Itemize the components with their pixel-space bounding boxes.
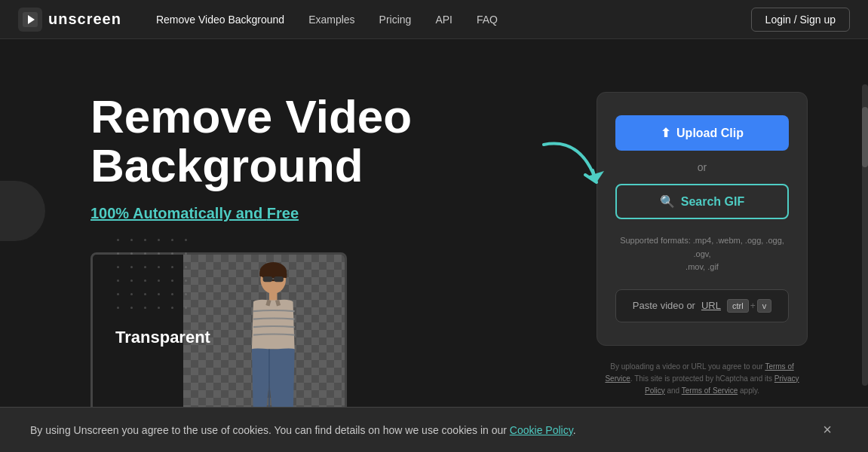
svg-rect-5 xyxy=(274,276,284,282)
url-link[interactable]: URL xyxy=(701,300,721,311)
monitor-label: Transparent xyxy=(115,328,210,347)
nav-examples[interactable]: Examples xyxy=(298,9,365,30)
login-button[interactable]: Login / Sign up xyxy=(751,8,850,32)
nav-links: Remove Video Background Examples Pricing… xyxy=(146,9,751,30)
arrow-decoration xyxy=(536,137,612,197)
ctrl-key: ctrl xyxy=(727,299,749,313)
nav-remove-video[interactable]: Remove Video Background xyxy=(146,9,295,30)
hero-left: Remove Video Background 100% Automatical… xyxy=(90,84,566,452)
person-silhouette xyxy=(224,262,314,420)
hero-section: Remove Video Background 100% Automatical… xyxy=(0,39,868,452)
paste-area[interactable]: Paste video or URL ctrl + v xyxy=(615,289,789,322)
logo[interactable]: unscreen xyxy=(18,8,121,32)
hero-subtitle: 100% Automatically and Free xyxy=(90,205,566,222)
search-icon: 🔍 xyxy=(660,194,675,209)
nav-api[interactable]: API xyxy=(425,9,463,30)
scrollbar-track xyxy=(862,84,868,386)
search-gif-button[interactable]: 🔍 Search GIF xyxy=(615,184,789,219)
keyboard-shortcut: ctrl + v xyxy=(727,299,771,313)
cookie-text: By using Unscreen you agree to the use o… xyxy=(30,424,576,436)
terms-text: By uploading a video or URL you agree to… xyxy=(597,361,808,397)
svg-rect-4 xyxy=(263,276,273,282)
supported-formats: Supported formats: .mp4, .webm, .ogg, .o… xyxy=(615,234,789,274)
hero-right: ⬆ Upload Clip or 🔍 Search GIF Supported … xyxy=(597,92,808,397)
upload-panel: ⬆ Upload Clip or 🔍 Search GIF Supported … xyxy=(597,92,808,346)
cookie-close-button[interactable]: × xyxy=(817,418,838,441)
cookie-policy-link[interactable]: Cookie Policy xyxy=(510,424,573,436)
navbar: unscreen Remove Video Background Example… xyxy=(0,0,868,39)
logo-icon xyxy=(18,8,42,32)
hero-title: Remove Video Background xyxy=(90,92,566,190)
paste-text: Paste video or xyxy=(633,300,695,311)
logo-text: unscreen xyxy=(48,11,121,28)
plus-sign: + xyxy=(750,301,756,311)
upload-clip-button[interactable]: ⬆ Upload Clip xyxy=(615,115,789,151)
terms-of-service-link-2[interactable]: Terms of Service xyxy=(682,386,738,395)
nav-pricing[interactable]: Pricing xyxy=(369,9,422,30)
svg-line-8 xyxy=(268,301,269,306)
or-divider: or xyxy=(615,161,789,173)
v-key: v xyxy=(757,299,772,313)
svg-line-9 xyxy=(278,301,279,306)
dots-decoration xyxy=(117,239,195,317)
upload-icon: ⬆ xyxy=(661,126,670,140)
nav-faq[interactable]: FAQ xyxy=(466,9,508,30)
cookie-banner: By using Unscreen you agree to the use o… xyxy=(0,407,868,452)
scrollbar-thumb[interactable] xyxy=(862,107,868,167)
